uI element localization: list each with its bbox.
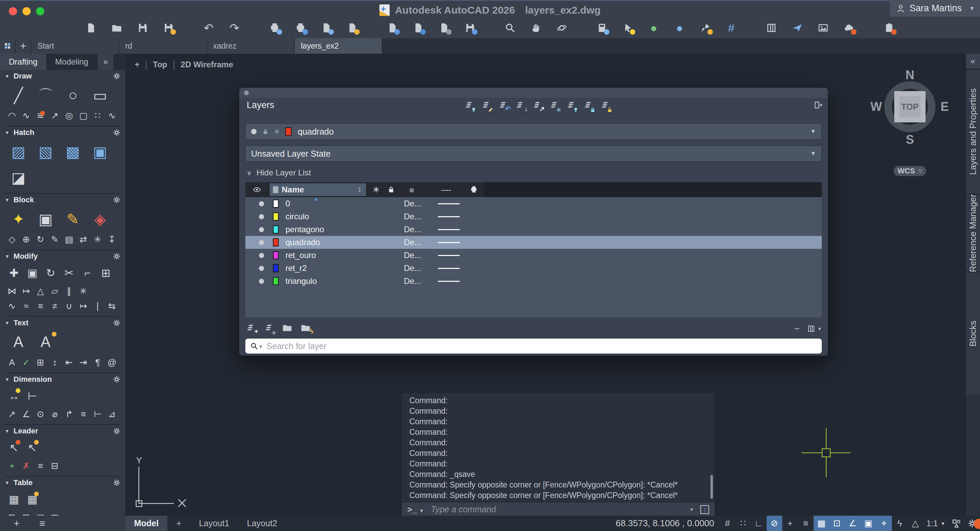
layer-row-ret_r2[interactable]: ret_r2De... (245, 262, 822, 275)
edit-spline-tool[interactable]: ≈ (19, 298, 33, 314)
dim-continue-tool[interactable]: ⊢ (91, 407, 105, 422)
multileader-tool[interactable]: ↖ (5, 437, 23, 458)
layer-on-icon[interactable] (259, 227, 264, 232)
pan-button[interactable] (528, 21, 543, 35)
add-palette-button[interactable]: + (14, 518, 20, 529)
print-button[interactable] (267, 21, 282, 35)
palette-handle-dot[interactable] (244, 90, 249, 95)
attach-reference-button[interactable] (437, 21, 452, 35)
layer-lineweight[interactable]: De... (404, 212, 421, 221)
gear-icon[interactable] (113, 479, 121, 487)
copy-tool[interactable]: ▣ (23, 262, 41, 284)
layout-tab-layout2[interactable]: Layout2 (238, 516, 286, 531)
layer-row-triangulo[interactable]: trianguloDe... (245, 275, 822, 288)
layer-row-0[interactable]: 0De... (245, 197, 822, 210)
undo-button[interactable]: ↶ (201, 21, 216, 35)
sort-icon[interactable] (356, 187, 363, 193)
compass-east[interactable]: E (940, 100, 949, 114)
annotation-visibility-toggle[interactable]: △ (907, 516, 923, 531)
layer-row-circulo[interactable]: circuloDe... (245, 210, 822, 223)
gradient-tool[interactable]: ▩ (59, 139, 86, 165)
set-base-point-tool[interactable]: ⊕ (19, 232, 33, 247)
layer-match-button[interactable]: ↗ (532, 100, 544, 112)
text-frame-tool[interactable]: ⊞ (33, 355, 48, 370)
object-snap-spacing-toggle[interactable]: + (782, 516, 798, 531)
layer-lineweight[interactable]: De... (404, 238, 421, 247)
dim-baseline-tool[interactable]: ≡ (76, 407, 91, 422)
paragraph-tool[interactable]: ¶ (91, 355, 105, 370)
current-layer-dropdown[interactable]: quadrado ▼ (245, 124, 822, 140)
rotate-tool[interactable]: ↻ (41, 262, 60, 284)
remove-leader-tool[interactable]: ✗ (19, 458, 33, 473)
new-group-filter-button[interactable] (282, 323, 294, 335)
layer-lock-button[interactable] (583, 100, 595, 112)
object-snap-toggle[interactable]: ⌖ (876, 516, 892, 531)
layer-on-icon[interactable] (259, 279, 264, 284)
viewport-visual-style-control[interactable]: 2D Wireframe (181, 60, 234, 69)
snap-mode-toggle[interactable]: ∷ (735, 516, 751, 531)
edit-attribute-tool[interactable]: ✎ (48, 232, 62, 247)
point-tool[interactable]: ∷ (91, 108, 105, 123)
move-tool[interactable]: ✚ (5, 262, 23, 284)
layer-previous-button[interactable]: ↶ (498, 100, 510, 112)
save-to-web-button[interactable] (463, 21, 477, 35)
new-layer-button[interactable]: + (245, 323, 258, 335)
line-tool[interactable]: ╱ (5, 82, 32, 108)
replace-block-tool[interactable]: ⇄ (76, 232, 91, 247)
chevron-down-icon[interactable]: ▼ (5, 73, 10, 79)
zoom-window-button[interactable] (503, 21, 517, 35)
column-settings-button[interactable]: ▼ (807, 325, 822, 333)
quick-select-button[interactable] (620, 21, 635, 35)
save-button[interactable] (135, 21, 150, 35)
gear-icon[interactable] (113, 196, 121, 204)
polar-tracking-toggle[interactable]: ⊘ (767, 516, 782, 531)
edit-text-tool[interactable]: A (32, 329, 59, 355)
construction-line-tool[interactable]: ∿ (105, 108, 119, 123)
lengthen-tool[interactable]: ↦ (76, 298, 91, 314)
layer-row-quadrado[interactable]: quadradoDe... (245, 236, 822, 249)
gear-icon[interactable] (113, 253, 121, 260)
viewport-add-button[interactable]: + (135, 60, 140, 69)
break-at-point-tool[interactable]: ∣ (91, 298, 105, 314)
layer-on-icon[interactable] (259, 253, 264, 258)
measure-tool[interactable]: ↗ (48, 108, 62, 123)
stretch-tool[interactable]: ↦ (19, 284, 33, 298)
hide-layer-list-toggle[interactable]: ∨ Hide Layer List (245, 168, 822, 178)
layer-state-dropdown[interactable]: Unsaved Layer State ▼ (245, 146, 822, 162)
layer-linetype-sample[interactable] (438, 268, 460, 269)
hatch-tool[interactable]: ▨ (5, 139, 32, 165)
arc-tool[interactable]: ⌒ (32, 82, 59, 108)
dock-tab-reference-manager[interactable]: Reference Manager (966, 194, 980, 271)
new-layer-vp-freeze-button[interactable] (264, 323, 276, 335)
document-tab-xadrez[interactable]: xadrez (207, 38, 295, 54)
name-column-header[interactable]: Name (269, 183, 366, 197)
export-block-tool[interactable]: ↧ (105, 232, 119, 247)
drawing-canvas[interactable]: + | Top | 2D Wireframe Layers ↶↓↗ (125, 54, 965, 516)
redo-button[interactable]: ↷ (227, 21, 242, 35)
layer-on-icon[interactable] (259, 201, 264, 206)
offset-tool[interactable]: ∥ (62, 284, 76, 298)
explode-block-tool[interactable]: ✳ (91, 232, 105, 247)
layer-unisolate-button[interactable] (481, 100, 493, 112)
new-layout-button[interactable]: + (167, 516, 190, 531)
export-button[interactable] (411, 21, 426, 35)
field-tool[interactable]: @ (105, 355, 119, 370)
dynamic-input-toggle[interactable]: ▣ (861, 516, 876, 531)
layer-off-button[interactable] (566, 100, 578, 112)
open-file-button[interactable] (109, 21, 124, 35)
layer-linetype-sample[interactable] (438, 216, 460, 217)
layer-unlock-button[interactable] (600, 100, 612, 112)
page-setup-button[interactable] (319, 21, 334, 35)
justify-left-tool[interactable]: ⇤ (62, 355, 76, 370)
chevron-down-icon[interactable]: ▼ (5, 254, 10, 259)
layer-lineweight[interactable]: De... (404, 225, 421, 234)
object-snap-tracking-toggle[interactable]: ∠ (845, 516, 861, 531)
layer-linetype-sample[interactable] (438, 242, 460, 243)
user-account-button[interactable]: Sara Martins ▼ (890, 0, 980, 17)
save-as-button[interactable] (161, 21, 176, 35)
compass-south[interactable]: S (906, 133, 914, 147)
edit-multileader-tool[interactable]: ↖ (23, 437, 41, 458)
collapse-panel-button[interactable]: − (794, 323, 800, 334)
trim-tool[interactable]: ✂ (60, 262, 78, 284)
align-tool[interactable]: ≡ (33, 298, 48, 314)
